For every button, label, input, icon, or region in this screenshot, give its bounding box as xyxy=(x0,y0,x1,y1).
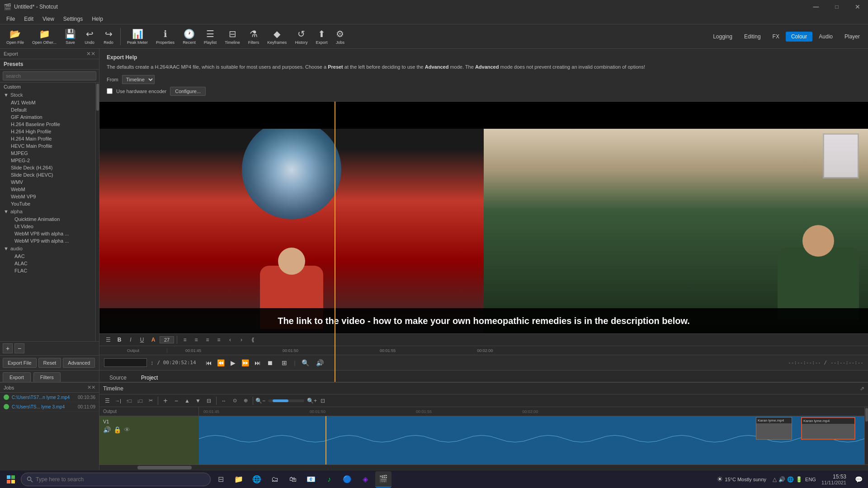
export-tab-btn[interactable]: Export xyxy=(3,372,31,382)
task-view-btn[interactable]: ⊟ xyxy=(212,471,229,488)
timeline-playhead[interactable] xyxy=(326,416,326,465)
preset-slide-hevc[interactable]: Slide Deck (HEVC) xyxy=(4,171,95,178)
prev-btn[interactable]: ‹ xyxy=(225,335,235,345)
preset-qt-anim[interactable]: Quicktime Animation xyxy=(7,216,95,223)
filters-btn[interactable]: ⚗ Filters xyxy=(245,26,263,47)
grid-btn[interactable]: ⊞ xyxy=(279,357,290,368)
view-colour[interactable]: Colour xyxy=(786,32,812,42)
preset-h264-high[interactable]: H.264 High Profile xyxy=(4,128,95,135)
timeline-btn[interactable]: ⊟ Timeline xyxy=(221,26,244,47)
preset-hevc-main[interactable]: HEVC Main Profile xyxy=(4,142,95,150)
tl-overwrite[interactable]: ↓□ xyxy=(135,396,145,406)
tl-fit-zoom[interactable]: ⊡ xyxy=(318,396,328,406)
menu-help[interactable]: Help xyxy=(87,15,108,23)
hw-encoder-checkbox[interactable] xyxy=(107,88,113,94)
maximize-btn[interactable]: □ xyxy=(826,0,847,14)
chrome-btn[interactable]: 🔵 xyxy=(339,471,355,488)
timecode-current[interactable]: 00:06:45:20 xyxy=(104,358,147,367)
tl-add-track[interactable]: + xyxy=(160,396,170,406)
align-right-btn[interactable]: ≡ xyxy=(203,335,212,345)
tl-zoom-out[interactable]: 🔍− xyxy=(255,396,265,406)
spotify-btn[interactable]: ♪ xyxy=(321,471,337,488)
preset-mjpeg[interactable]: MJPEG xyxy=(4,150,95,157)
play-btn[interactable]: ▶ xyxy=(228,357,239,368)
search-input[interactable] xyxy=(36,476,205,483)
menu-view[interactable]: View xyxy=(38,15,59,23)
color-btn[interactable]: A xyxy=(148,335,158,345)
view-logging[interactable]: Logging xyxy=(708,32,738,42)
configure-btn[interactable]: Configure... xyxy=(170,87,206,96)
export-btn[interactable]: ⬆ Export xyxy=(312,26,331,47)
tl-append[interactable]: →| xyxy=(113,396,123,406)
tl-remove-track[interactable]: − xyxy=(171,396,181,406)
taskbar-search[interactable] xyxy=(21,473,211,486)
view-fx[interactable]: FX xyxy=(767,32,785,42)
preset-webm[interactable]: WebM xyxy=(4,186,95,193)
minimize-btn[interactable]: ─ xyxy=(806,0,826,14)
keyframes-btn[interactable]: ◆ Keyframes xyxy=(264,26,290,47)
tl-move-up[interactable]: ▲ xyxy=(182,396,192,406)
preset-custom[interactable]: Custom xyxy=(0,83,95,91)
italic-btn[interactable]: I xyxy=(126,335,136,345)
app-btn-1[interactable]: ◈ xyxy=(357,471,373,488)
edge-btn[interactable]: 🌐 xyxy=(249,471,265,488)
history-btn[interactable]: ↺ History xyxy=(291,26,311,47)
align-center-btn[interactable]: ≡ xyxy=(191,335,201,345)
folder-btn[interactable]: 🗂 xyxy=(267,471,283,488)
close-btn[interactable]: ✕ xyxy=(847,0,868,14)
jobs-panel-controls[interactable]: ✕✕ xyxy=(87,385,95,390)
preset-h264-baseline[interactable]: H.264 Baseline Profile xyxy=(4,121,95,128)
preset-webm-vp8-alpha[interactable]: WebM VP8 with alpha ... xyxy=(7,230,95,237)
remove-preset-btn[interactable]: − xyxy=(14,343,24,353)
from-select[interactable]: Timeline Source xyxy=(122,75,155,84)
filters-tab-btn[interactable]: Filters xyxy=(33,372,61,382)
menu-file[interactable]: File xyxy=(2,15,19,23)
skip-end-btn[interactable]: ⏭ xyxy=(252,357,263,368)
tl-zoom-slider[interactable] xyxy=(268,399,304,402)
preset-alac[interactable]: ALAC xyxy=(7,260,95,267)
align-left-btn[interactable]: ≡ xyxy=(180,335,190,345)
redo-btn[interactable]: ↪ Redo xyxy=(99,26,118,47)
stop-btn[interactable]: ⏹ xyxy=(264,357,275,368)
font-size-input[interactable] xyxy=(160,336,174,343)
preset-gif[interactable]: GIF Animation xyxy=(4,113,95,121)
justify-btn[interactable]: ≡ xyxy=(214,335,224,345)
double-left-btn[interactable]: ⟪ xyxy=(248,335,258,345)
reset-btn[interactable]: Reset xyxy=(38,358,61,368)
store-btn[interactable]: 🛍 xyxy=(285,471,301,488)
recent-btn[interactable]: 🕐 Recent xyxy=(179,26,199,47)
volume-btn[interactable]: 🔊 xyxy=(315,357,326,368)
tl-collapse[interactable]: ⊟ xyxy=(204,396,214,406)
open-file-btn[interactable]: 📂 Open File xyxy=(3,26,28,47)
tray-icons[interactable]: △ 🔊 🌐 🔋 xyxy=(773,476,802,483)
prev-frame-btn[interactable]: ⏪ xyxy=(216,357,226,368)
timeline-hscrollbar[interactable] xyxy=(99,465,868,470)
playlist-btn[interactable]: ☰ Playlist xyxy=(200,26,221,47)
zoom-in-btn[interactable]: 🔍 xyxy=(300,357,311,368)
preset-default[interactable]: Default xyxy=(4,106,95,113)
open-other-btn[interactable]: 📁 Open Other... xyxy=(28,26,60,47)
preset-slide-h264[interactable]: Slide Deck (H.264) xyxy=(4,164,95,171)
start-button[interactable] xyxy=(3,471,19,488)
preset-webm-vp9[interactable]: WebM VP9 xyxy=(4,193,95,200)
mail-btn[interactable]: 📧 xyxy=(303,471,319,488)
clock[interactable]: 15:53 11/11/2021 xyxy=(819,474,849,485)
tl-hamburger[interactable]: ☰ xyxy=(102,396,112,406)
preset-av1-webm[interactable]: AV1 WebM xyxy=(4,99,95,106)
preset-wmv[interactable]: WMV xyxy=(4,178,95,186)
preset-group-audio[interactable]: ▼audio xyxy=(0,244,95,253)
properties-btn[interactable]: ℹ Properties xyxy=(152,26,178,47)
preset-flac[interactable]: FLAC xyxy=(7,267,95,274)
text-align-icon[interactable]: ☰ xyxy=(103,335,113,345)
tl-zoom-in[interactable]: 🔍+ xyxy=(307,396,317,406)
tl-scrub[interactable]: ⊙ xyxy=(230,396,240,406)
next-frame-btn[interactable]: ⏩ xyxy=(240,357,251,368)
menu-edit[interactable]: Edit xyxy=(19,15,38,23)
add-preset-btn[interactable]: + xyxy=(3,343,13,353)
undo-btn[interactable]: ↩ Undo xyxy=(80,26,99,47)
export-file-btn[interactable]: Export File xyxy=(3,358,37,368)
peak-meter-btn[interactable]: 📊 Peak Meter xyxy=(123,26,151,47)
tl-lift[interactable]: ↑□ xyxy=(124,396,134,406)
timeline-expand[interactable]: ⇗ xyxy=(860,385,864,392)
tl-move-down[interactable]: ▼ xyxy=(193,396,203,406)
